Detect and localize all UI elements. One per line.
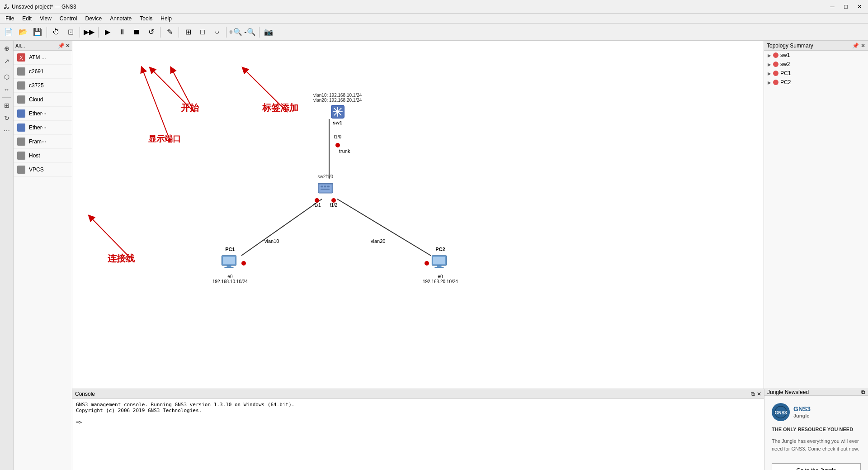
sidebar-header: All... 📌 ✕ xyxy=(14,41,72,51)
svg-rect-37 xyxy=(434,267,443,268)
sw2-port-f12: f1/2 xyxy=(330,198,338,208)
start-button[interactable]: ▶ xyxy=(101,25,114,39)
sidebar-item-ethernetswitch1[interactable]: Ether··· xyxy=(14,107,72,121)
toolbar-separator-3 xyxy=(47,27,47,38)
sidebar-item-atm[interactable]: XATM ... xyxy=(14,51,72,65)
menu-item-annotate[interactable]: Annotate xyxy=(106,14,135,23)
add-device-icon[interactable]: ⊕ xyxy=(1,43,13,54)
sw2-port-f11: f1/1 xyxy=(313,198,321,208)
sidebar-item-vpcs[interactable]: VPCS xyxy=(14,163,72,177)
topology-label-sw2: sw2 xyxy=(780,61,790,67)
zoom-in-button[interactable]: +🔍 xyxy=(229,25,242,39)
content-area: vlan10: 192.168.10.1/24 vlan20: 192.168.… xyxy=(72,41,868,470)
c2691-icon xyxy=(16,66,26,76)
menu-item-file[interactable]: File xyxy=(2,14,18,23)
vpcs-icon xyxy=(16,165,26,175)
zoom-out-button[interactable]: -🔍 xyxy=(243,25,257,39)
menu-item-edit[interactable]: Edit xyxy=(19,14,35,23)
svg-rect-31 xyxy=(223,256,235,264)
stop-button[interactable]: ⏹ xyxy=(130,25,143,39)
sidebar-pin-button[interactable]: 📌 xyxy=(58,43,65,49)
toolbar-separator-14 xyxy=(226,27,226,38)
new-button[interactable]: 📄 xyxy=(2,25,15,39)
svg-rect-6 xyxy=(17,123,25,132)
ethernetswitch1-label: Ether··· xyxy=(29,110,47,117)
reload-button[interactable]: ↺ xyxy=(144,25,158,39)
add-shape-button[interactable]: □ xyxy=(196,25,209,39)
framerelay-icon xyxy=(16,137,26,147)
topology-item-sw2[interactable]: ▶sw2 xyxy=(764,60,868,69)
sidebar-item-ethernetswitch2[interactable]: Ether··· xyxy=(14,121,72,135)
menu-item-help[interactable]: Help xyxy=(157,14,175,23)
history-button[interactable]: ⏱ xyxy=(49,25,63,39)
topology-label-sw1: sw1 xyxy=(780,52,790,58)
sidebar-all-label: All... xyxy=(15,43,25,48)
titlebar: 🖧 Unsaved project* — GNS3 ─ □ ✕ xyxy=(0,0,868,14)
pc1-ip-label: 192.168.10.10/24 xyxy=(212,279,248,284)
screenshot2-button[interactable]: 📷 xyxy=(262,25,275,39)
vpcs-label: VPCS xyxy=(29,166,44,173)
sidebar-item-cloud[interactable]: Cloud xyxy=(14,93,72,107)
svg-text:X: X xyxy=(19,55,23,61)
console-all-button[interactable]: ▶▶ xyxy=(82,25,96,39)
sidebar-item-c2691[interactable]: c2691 xyxy=(14,65,72,79)
topology-item-sw1[interactable]: ▶sw1 xyxy=(764,51,868,60)
network-icon[interactable]: ⬡ xyxy=(1,71,13,83)
save-button[interactable]: 💾 xyxy=(31,25,44,39)
svg-rect-26 xyxy=(321,186,323,188)
console-line xyxy=(76,413,760,419)
console-body: GNS3 management console. Running GNS3 ve… xyxy=(72,399,764,470)
add-ellipse-button[interactable]: ○ xyxy=(210,25,224,39)
svg-line-16 xyxy=(142,69,170,139)
menu-item-device[interactable]: Device xyxy=(82,14,106,23)
console-close[interactable]: ✕ xyxy=(757,391,761,397)
main-area: ⊕↗⬡↔⊞↻⋯ All... 📌 ✕ XATM ...c2691c3725Clo… xyxy=(0,41,868,470)
menu-item-control[interactable]: Control xyxy=(56,14,81,23)
jungle-goto-button[interactable]: Go to the Jungle xyxy=(772,463,861,470)
toolbar-separator-16 xyxy=(259,27,259,38)
svg-rect-3 xyxy=(17,81,25,90)
sw2-port-dot-f12 xyxy=(331,198,336,203)
toolbar-separator-10 xyxy=(160,27,160,38)
sw1-port-label: f1/0 xyxy=(334,134,341,139)
resize-icon[interactable]: ↔ xyxy=(1,84,13,95)
node-sw1[interactable]: vlan10: 192.168.10.1/24 vlan20: 192.168.… xyxy=(313,93,362,139)
canvas-svg xyxy=(72,41,764,389)
screenshot-button[interactable]: ⊡ xyxy=(64,25,77,39)
sidebar-close-button[interactable]: ✕ xyxy=(66,43,70,49)
console-detach[interactable]: ⧉ xyxy=(751,391,755,397)
sidebar-item-host[interactable]: Host xyxy=(14,149,72,163)
menu-item-view[interactable]: View xyxy=(36,14,55,23)
refresh-icon[interactable]: ↻ xyxy=(1,112,13,124)
close-button[interactable]: ✕ xyxy=(854,2,864,12)
c3725-icon xyxy=(16,81,26,90)
jungle-detach[interactable]: ⧉ xyxy=(861,389,865,395)
grid-icon[interactable]: ⊞ xyxy=(1,100,13,111)
topology-close[interactable]: ✕ xyxy=(861,43,865,49)
minimize-button[interactable]: ─ xyxy=(827,2,837,12)
svg-rect-27 xyxy=(324,186,326,188)
cloud-label: Cloud xyxy=(29,96,43,103)
more-icon[interactable]: ⋯ xyxy=(1,125,13,137)
topology-header-actions: 📌 ✕ xyxy=(852,43,865,49)
menu-item-tools[interactable]: Tools xyxy=(136,14,156,23)
open-button[interactable]: 📂 xyxy=(16,25,30,39)
node-sw2[interactable]: sw2f1/0 f1/1 xyxy=(313,174,337,208)
edit-node-button[interactable]: ✎ xyxy=(163,25,176,39)
suspend-button[interactable]: ⏸ xyxy=(115,25,129,39)
add-link-button[interactable]: ⊞ xyxy=(181,25,195,39)
pc1-port-dot xyxy=(241,261,246,266)
toolbar-separator-5 xyxy=(80,27,80,38)
left-icon-separator-2 xyxy=(2,69,11,69)
canvas-area[interactable]: vlan10: 192.168.10.1/24 vlan20: 192.168.… xyxy=(72,41,764,389)
maximize-button[interactable]: □ xyxy=(841,2,851,12)
route-icon[interactable]: ↗ xyxy=(1,55,13,67)
topology-item-pc2[interactable]: ▶PC2 xyxy=(764,78,868,87)
topology-pin[interactable]: 📌 xyxy=(852,43,859,49)
node-pc1[interactable]: PC1 e0 192.168.10.10/24 xyxy=(212,247,248,284)
sw2-icon xyxy=(317,180,334,196)
node-pc2[interactable]: PC2 e0 192.168.20.10/24 xyxy=(423,247,458,284)
sidebar-item-framerelay[interactable]: Fram··· xyxy=(14,135,72,149)
sidebar-item-c3725[interactable]: c3725 xyxy=(14,79,72,93)
topology-item-pc1[interactable]: ▶PC1 xyxy=(764,69,868,78)
